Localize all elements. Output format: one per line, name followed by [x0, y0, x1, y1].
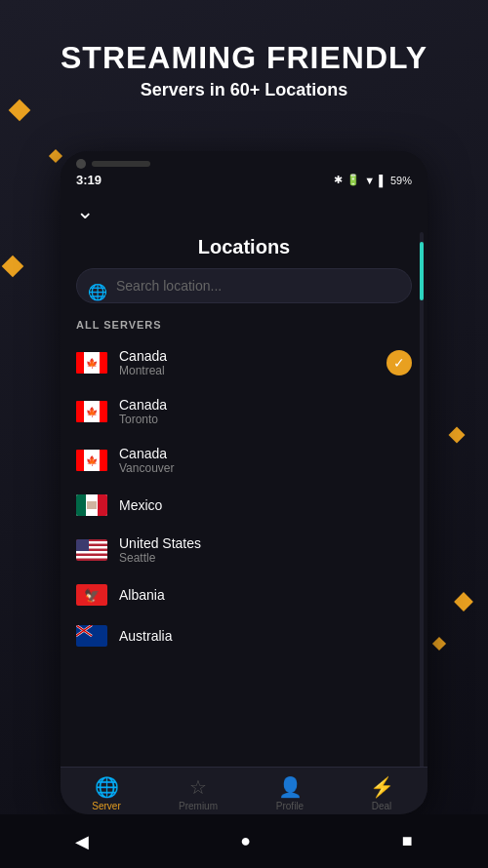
list-item[interactable]: United States Seattle [61, 526, 427, 574]
location-city: Seattle [119, 551, 412, 565]
location-info: Australia [119, 628, 412, 644]
camera-bar [92, 161, 150, 167]
location-info: United States Seattle [119, 535, 412, 565]
location-list: 🍁 Canada Montreal ✓ 🍁 [61, 338, 427, 656]
camera-area [76, 159, 150, 169]
screen-content: Locations 🌐 Search location... ALL SERVE… [61, 232, 427, 814]
location-city: Toronto [119, 413, 412, 426]
svg-rect-10 [76, 494, 86, 516]
bluetooth-icon: ✱ [334, 174, 343, 186]
section-label: ALL SERVERS [61, 315, 427, 338]
camera-dot [76, 159, 86, 169]
svg-text:🦅: 🦅 [84, 587, 101, 604]
nav-item-deal[interactable]: ⚡ Deal [336, 775, 427, 811]
home-button[interactable]: ● [240, 831, 251, 851]
flag-mexico [76, 494, 107, 516]
page-title: Locations [61, 232, 427, 268]
marketing-subtitle: Servers in 60+ Locations [20, 80, 468, 100]
svg-text:🍁: 🍁 [86, 357, 99, 370]
signal-icon: ▌ [379, 175, 386, 186]
location-country: Canada [119, 446, 412, 461]
search-container: 🌐 Search location... [61, 268, 427, 315]
location-info: Canada Vancouver [119, 446, 412, 475]
server-icon: 🌐 [95, 775, 119, 799]
search-icon: 🌐 [88, 283, 107, 301]
location-city: Montreal [119, 364, 375, 377]
selected-check-icon: ✓ [386, 350, 412, 375]
bottom-nav: 🌐 Server ☆ Premium 👤 Profile ⚡ Deal [61, 767, 427, 814]
flag-canada: 🍁 [76, 401, 107, 422]
location-info: Canada Montreal [119, 348, 375, 377]
location-info: Canada Toronto [119, 397, 412, 426]
wifi-icon: ▼ [364, 175, 375, 186]
profile-icon: 👤 [278, 775, 303, 799]
nav-label-profile: Profile [276, 801, 304, 811]
nav-label-premium: Premium [179, 801, 218, 811]
search-bar[interactable]: 🌐 Search location... [76, 268, 412, 303]
search-placeholder: Search location... [116, 278, 222, 294]
location-country: Australia [119, 628, 412, 644]
list-item[interactable]: 🍁 Canada Montreal ✓ [61, 338, 427, 387]
nav-item-server[interactable]: 🌐 Server [61, 775, 152, 811]
deal-icon: ⚡ [370, 775, 394, 799]
list-item[interactable]: 🍁 Canada Vancouver [61, 436, 427, 485]
location-info: Mexico [119, 497, 412, 513]
location-country: Mexico [119, 497, 412, 513]
nav-back-button[interactable]: ⌄ [61, 191, 427, 232]
location-city: Vancouver [119, 461, 412, 475]
status-bar: 3:19 ✱ 🔋 ▼ ▌ 59% [61, 169, 427, 191]
list-item[interactable]: Mexico [61, 485, 427, 526]
location-country: United States [119, 535, 412, 551]
list-item[interactable]: Australia [61, 615, 427, 656]
phone-mockup: 3:19 ✱ 🔋 ▼ ▌ 59% ⌄ Locations 🌐 Search lo… [61, 151, 427, 814]
battery-percentage: 59% [390, 175, 412, 186]
nav-item-profile[interactable]: 👤 Profile [244, 775, 336, 811]
flag-albania: 🦅 [76, 584, 107, 606]
chevron-down-icon: ⌄ [76, 199, 94, 223]
scroll-thumb [420, 242, 424, 300]
back-button[interactable]: ◀ [75, 831, 89, 852]
svg-rect-16 [76, 551, 107, 554]
svg-rect-18 [76, 539, 89, 551]
marketing-section: STREAMING FRIENDLY Servers in 60+ Locati… [0, 39, 488, 100]
status-time: 3:19 [76, 173, 102, 187]
location-country: Canada [119, 348, 375, 364]
list-item[interactable]: 🦅 Albania [61, 574, 427, 615]
location-country: Albania [119, 587, 412, 603]
flag-canada: 🍁 [76, 450, 107, 471]
recents-button[interactable]: ■ [402, 831, 413, 851]
svg-rect-11 [98, 494, 107, 516]
phone-top-bar [61, 151, 427, 169]
list-item[interactable]: 🍁 Canada Toronto [61, 387, 427, 436]
svg-rect-12 [87, 501, 97, 509]
location-info: Albania [119, 587, 412, 603]
svg-rect-17 [76, 556, 107, 559]
marketing-title: STREAMING FRIENDLY [20, 39, 468, 76]
flag-australia [76, 625, 107, 647]
nav-label-deal: Deal [372, 801, 392, 811]
location-country: Canada [119, 397, 412, 413]
flag-canada: 🍁 [76, 352, 107, 374]
system-nav: ◀ ● ■ [0, 814, 488, 868]
status-icons: ✱ 🔋 ▼ ▌ 59% [334, 174, 412, 186]
nav-label-server: Server [92, 801, 120, 811]
nav-item-premium[interactable]: ☆ Premium [152, 775, 244, 811]
svg-text:🍁: 🍁 [86, 406, 99, 418]
premium-icon: ☆ [189, 775, 207, 799]
svg-text:🍁: 🍁 [86, 454, 99, 467]
battery-saver-icon: 🔋 [346, 174, 360, 186]
flag-usa [76, 539, 107, 561]
